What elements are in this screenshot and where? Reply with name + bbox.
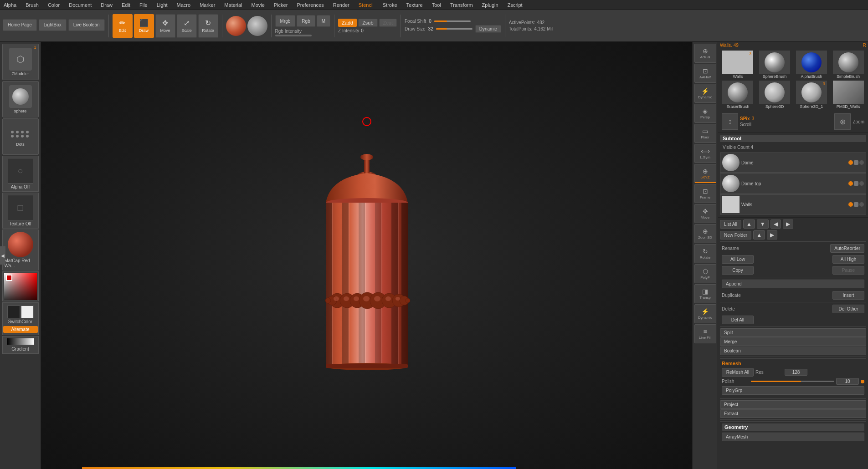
color-picker-section[interactable] xyxy=(2,271,39,301)
menu-preferences[interactable]: Preferences xyxy=(295,2,325,8)
merge-button[interactable]: Merge xyxy=(720,337,866,346)
dome-vis-toggle[interactable] xyxy=(859,160,864,165)
menu-alpha[interactable]: Alpha xyxy=(2,2,18,8)
menu-texture[interactable]: Texture xyxy=(405,2,425,8)
xyz-button[interactable]: ⊕ oXYZ xyxy=(694,164,716,183)
scroll-icon-btn[interactable]: ↕ xyxy=(722,113,738,130)
menu-macro[interactable]: Macro xyxy=(175,2,193,8)
background-color-swatch[interactable] xyxy=(21,306,34,318)
actual-button[interactable]: ⊕ Actual xyxy=(694,44,716,63)
edit-button[interactable]: ✏ Edit xyxy=(113,14,133,38)
dome-eye-toggle[interactable] xyxy=(848,160,853,165)
zoom-icon-btn[interactable]: ⊕ xyxy=(834,113,851,130)
canvas-area[interactable] xyxy=(41,42,692,469)
menu-marker[interactable]: Marker xyxy=(198,2,217,8)
mrgb-button[interactable]: Mrgb xyxy=(275,15,296,27)
live-boolean-button[interactable]: Live Boolean xyxy=(68,19,105,31)
walls-thumb-btn[interactable]: 3 Walls xyxy=(720,51,756,79)
matcap-button[interactable]: MatCap Red Wa... xyxy=(2,229,39,270)
split-button[interactable]: Split xyxy=(720,328,866,337)
extract-button[interactable]: Extract xyxy=(720,409,866,418)
floor-button[interactable]: ▭ Floor xyxy=(694,124,716,143)
del-other-button[interactable]: Del Other xyxy=(832,305,864,313)
del-all-button[interactable]: Del All xyxy=(722,316,754,324)
poly-grp-button[interactable]: PolyGrp xyxy=(722,386,864,395)
zsub-button[interactable]: Zsub xyxy=(358,19,377,27)
rotate-button[interactable]: ↻ Rotate xyxy=(198,14,218,38)
menu-render[interactable]: Render xyxy=(331,2,351,8)
foreground-color-swatch[interactable] xyxy=(7,306,20,318)
dome-top-lock-toggle[interactable] xyxy=(854,181,858,186)
pm3d-walls-btn[interactable]: PM3D_Walls xyxy=(830,81,866,109)
menu-edit[interactable]: Edit xyxy=(120,2,132,8)
walls-vis-toggle[interactable] xyxy=(859,202,864,207)
down-arrow-button[interactable]: ▼ xyxy=(757,219,769,229)
menu-zplugin[interactable]: Zplugin xyxy=(480,2,500,8)
list-all-button[interactable]: List All xyxy=(720,220,741,229)
dome-lock-toggle[interactable] xyxy=(854,160,858,165)
color-picker-gradient[interactable] xyxy=(4,273,37,300)
focal-shift-slider[interactable] xyxy=(434,20,471,22)
scale-button[interactable]: ⤢ Scale xyxy=(177,14,197,38)
material-sphere-button[interactable] xyxy=(226,16,246,36)
dynamic-button[interactable]: Dynamic xyxy=(475,25,501,33)
draw-size-slider[interactable] xyxy=(436,28,473,30)
project-button[interactable]: Project xyxy=(720,400,866,409)
alpha-off-button[interactable]: ○ Alpha Off xyxy=(2,156,39,192)
rotate-3d-button[interactable]: ↻ Rotate xyxy=(694,244,716,263)
draw-button[interactable]: ⬛ Draw xyxy=(134,14,154,38)
walls-subtool-item[interactable]: Walls xyxy=(720,194,866,214)
all-low-button[interactable]: All Low xyxy=(722,255,754,264)
m-button[interactable]: M xyxy=(317,15,330,27)
menu-file[interactable]: File xyxy=(138,2,149,8)
persp-button[interactable]: ◈ Persp xyxy=(694,104,716,123)
sphere-tool-button[interactable]: sphere xyxy=(2,81,39,117)
simple-brush-btn[interactable]: SimpleBrush xyxy=(830,51,866,79)
right-scroll-area[interactable]: Walls. 49 R 3 Walls SphereBrush xyxy=(718,42,868,469)
copy-button[interactable]: Copy xyxy=(722,266,754,275)
dome-top-eye-toggle[interactable] xyxy=(848,181,853,186)
transp-button[interactable]: ◨ Transp xyxy=(694,284,716,303)
left-arrow-button[interactable]: ◀ xyxy=(770,219,781,229)
rgb-button[interactable]: Rgb xyxy=(297,15,315,27)
dome-top-vis-toggle[interactable] xyxy=(859,181,864,186)
sphere-brush-btn[interactable]: SphereBrush xyxy=(757,51,793,79)
sphere3d1-btn[interactable]: 3 Sphere3D_1 xyxy=(794,81,830,109)
dots-button[interactable]: Dots xyxy=(2,118,39,155)
home-page-button[interactable]: Home Page xyxy=(3,19,37,31)
zcut-button[interactable]: Zcut xyxy=(379,19,397,27)
aahalf-button[interactable]: ⊡ AAHalf xyxy=(694,64,716,83)
menu-transform[interactable]: Transform xyxy=(448,2,475,8)
dome-top-subtool-item[interactable]: Dome top xyxy=(720,173,866,194)
linefill-button[interactable]: ≡ Line Fill xyxy=(694,324,716,343)
zmodeler-tool-button[interactable]: ⬡ ZModeler xyxy=(2,44,39,80)
menu-color[interactable]: Color xyxy=(46,2,62,8)
menu-tool[interactable]: Tool xyxy=(430,2,443,8)
zadd-button[interactable]: Zadd xyxy=(338,19,357,27)
remesh-all-button[interactable]: ReMesh All xyxy=(722,368,754,377)
menu-zscript[interactable]: Zscript xyxy=(506,2,524,8)
menu-document[interactable]: Document xyxy=(67,2,93,8)
dynamic-view-button[interactable]: ⚡ Dynamic xyxy=(694,84,716,103)
switch-color-section[interactable]: SwitchColor Alternate xyxy=(2,302,39,335)
menu-movie[interactable]: Movie xyxy=(249,2,266,8)
insert-button[interactable]: Insert xyxy=(832,291,864,300)
lsym-button[interactable]: ⟺ L.Sym xyxy=(694,144,716,163)
array-mesh-button[interactable]: ArrayMesh xyxy=(722,433,864,441)
append-button[interactable]: Append xyxy=(722,280,864,288)
walls-lock-toggle[interactable] xyxy=(854,202,858,207)
polyf-button[interactable]: ⬡ PolyF xyxy=(694,264,716,283)
alternate-button[interactable]: Alternate xyxy=(3,326,38,333)
sphere3d-btn[interactable]: Sphere3D xyxy=(757,81,793,109)
zoom3d-button[interactable]: ⊕ Zoom3D xyxy=(694,224,716,243)
menu-stencil[interactable]: Stencil xyxy=(357,2,375,8)
eraser-brush-btn[interactable]: EraserBrush xyxy=(720,81,756,109)
dome-subtool-item[interactable]: Dome xyxy=(720,153,866,173)
alpha-brush-btn[interactable]: AlphaBrush xyxy=(794,51,830,79)
lightbox-button[interactable]: LightBox xyxy=(39,19,67,31)
frame-button[interactable]: ⊡ Frame xyxy=(694,184,716,203)
texture-off-button[interactable]: □ Texture Off xyxy=(2,193,39,229)
rgb-intensity-slider[interactable] xyxy=(275,35,312,36)
menu-material[interactable]: Material xyxy=(222,2,244,8)
up-arrow-button[interactable]: ▲ xyxy=(743,219,755,229)
